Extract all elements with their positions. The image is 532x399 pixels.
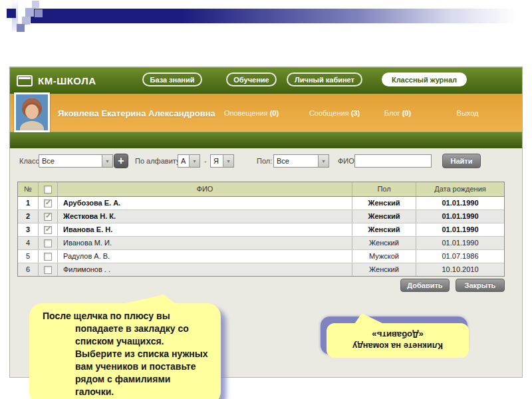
callout-right: Кликнете на команду «Добавить» bbox=[327, 323, 469, 358]
student-name: Иванова Е. Н. bbox=[58, 223, 352, 236]
callout-left-text: После щелчка по плюсу вы попадаете в зак… bbox=[39, 310, 211, 398]
link-notifications[interactable]: Оповещения (0) bbox=[224, 109, 279, 117]
fio-label: ФИО: bbox=[338, 157, 356, 165]
fio-input[interactable] bbox=[354, 154, 432, 168]
table-row[interactable]: 6 Филимонов . . Женский 10.10.2010 bbox=[18, 263, 504, 276]
student-name: Арубозова Е. А. bbox=[58, 197, 352, 209]
app-logo: КМ-ШКОЛА bbox=[17, 67, 96, 94]
header-fio: ФИО bbox=[58, 182, 352, 196]
deco-square bbox=[17, 24, 25, 32]
deco-square bbox=[35, 9, 43, 17]
tab-learning[interactable]: Обучение bbox=[226, 72, 277, 86]
alpha-range-dash: - bbox=[204, 157, 207, 165]
user-bar: Яковлева Екатерина Александровна Оповеще… bbox=[10, 94, 522, 132]
table-row[interactable]: 1 Арубозова Е. А. Женский 01.01.1990 bbox=[18, 197, 504, 210]
row-checkbox[interactable] bbox=[44, 226, 52, 234]
app-title: КМ-ШКОЛА bbox=[38, 75, 96, 86]
gender-label: Пол: bbox=[257, 157, 272, 165]
student-name: Радулов А. В. bbox=[58, 250, 352, 263]
student-name: Иванова М. И. bbox=[58, 237, 352, 249]
user-name: Яковлева Екатерина Александровна bbox=[58, 108, 215, 118]
gender-select[interactable]: Все ▼ bbox=[273, 154, 329, 168]
avatar-photo bbox=[16, 94, 48, 130]
action-buttons: Добавить Закрыть bbox=[400, 279, 505, 292]
add-students-plus-button[interactable]: + bbox=[114, 154, 128, 168]
callout-left: После щелчка по плюсу вы попадаете в зак… bbox=[29, 303, 221, 399]
student-name: Жесткова Н. К. bbox=[58, 210, 352, 223]
class-select[interactable]: Все ▼ bbox=[39, 154, 113, 168]
app-logo-icon bbox=[17, 75, 33, 86]
add-button[interactable]: Добавить bbox=[400, 279, 450, 292]
header-gender: Пол bbox=[352, 182, 416, 196]
filter-bar: Класс: Все ▼ + По алфавиту: А ▼ - Я ▼ По… bbox=[10, 148, 522, 178]
alpha-from-select[interactable]: А ▼ bbox=[178, 154, 200, 168]
deco-square bbox=[32, 1, 39, 8]
select-all-checkbox[interactable] bbox=[44, 186, 52, 194]
callout-right-text: Кликнете на команду «Добавить» bbox=[327, 329, 469, 352]
students-table: № ФИО Пол Дата рождения 1 Арубозова Е. А… bbox=[17, 182, 505, 277]
link-blog[interactable]: Блог (0) bbox=[384, 109, 411, 117]
tab-personal-cabinet[interactable]: Личный кабинет bbox=[287, 72, 362, 86]
close-button[interactable]: Закрыть bbox=[456, 279, 505, 292]
chevron-down-icon: ▼ bbox=[102, 155, 112, 167]
alpha-to-select[interactable]: Я ▼ bbox=[210, 154, 234, 168]
tab-knowledge-base[interactable]: База знаний bbox=[142, 72, 202, 86]
deco-square bbox=[25, 8, 34, 17]
app-header: КМ-ШКОЛА База знаний Обучение Личный каб… bbox=[10, 67, 522, 94]
link-messages[interactable]: Сообщения (3) bbox=[309, 109, 360, 117]
chevron-down-icon: ▼ bbox=[223, 155, 233, 167]
tab-class-journal[interactable]: Классный журнал bbox=[382, 72, 467, 86]
table-row[interactable]: 4 Иванова М. И. Женский 01.01.1990 bbox=[18, 237, 504, 250]
table-row[interactable]: 2 Жесткова Н. К. Женский 01.01.1990 bbox=[18, 210, 504, 223]
alphabet-label: По алфавиту: bbox=[135, 157, 182, 165]
deco-navy-square bbox=[7, 9, 16, 18]
link-logout[interactable]: Выход bbox=[457, 109, 479, 117]
search-button[interactable]: Найти bbox=[442, 154, 481, 168]
chevron-down-icon: ▼ bbox=[189, 155, 200, 167]
row-checkbox[interactable] bbox=[44, 253, 52, 261]
row-checkbox[interactable] bbox=[44, 239, 52, 247]
row-checkbox[interactable] bbox=[44, 200, 52, 207]
table-header-row: № ФИО Пол Дата рождения bbox=[18, 182, 504, 197]
slide: КМ-ШКОЛА База знаний Обучение Личный каб… bbox=[0, 0, 532, 399]
table-row[interactable]: 5 Радулов А. В. Мужской 01.07.1986 bbox=[18, 250, 504, 263]
header-num: № bbox=[18, 182, 39, 196]
header-checkbox-cell bbox=[39, 182, 58, 196]
row-checkbox[interactable] bbox=[44, 213, 52, 221]
chevron-down-icon: ▼ bbox=[318, 155, 329, 167]
student-name: Филимонов . . bbox=[58, 263, 352, 276]
table-row[interactable]: 3 Иванова Е. Н. Женский 01.01.1990 bbox=[18, 223, 504, 237]
header-birth: Дата рождения bbox=[416, 182, 504, 196]
subheader-strip bbox=[10, 132, 522, 148]
avatar bbox=[14, 92, 50, 132]
deco-gradient-bar bbox=[31, 9, 532, 23]
row-checkbox[interactable] bbox=[44, 266, 52, 274]
